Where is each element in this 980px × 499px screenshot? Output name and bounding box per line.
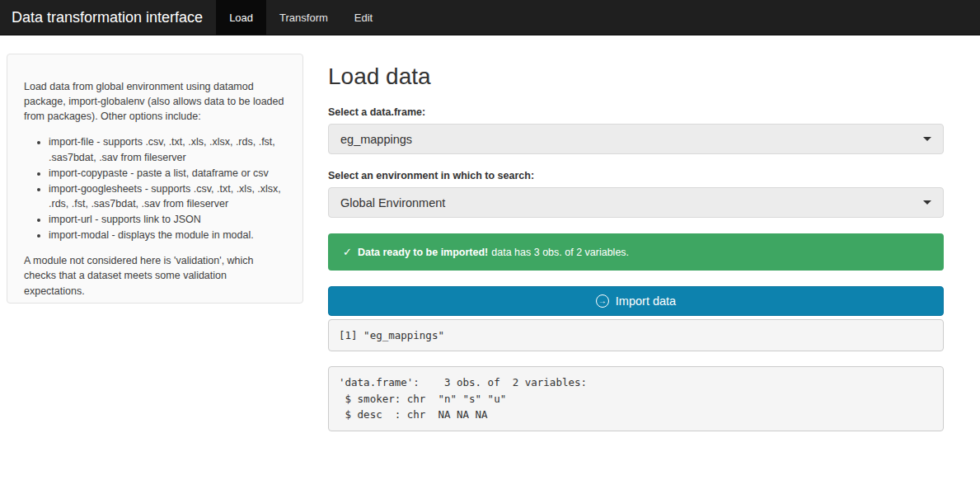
list-item: import-modal - displays the module in mo…: [49, 228, 286, 242]
environment-select-value: Global Environment: [340, 196, 445, 209]
caret-down-icon: [923, 137, 931, 141]
environment-select[interactable]: Global Environment: [328, 187, 944, 218]
list-item: import-googlesheets - supports .csv, .tx…: [49, 181, 286, 211]
list-item: import-url - supports link to JSON: [49, 212, 286, 227]
import-data-button[interactable]: → Import data: [328, 286, 944, 316]
tab-load[interactable]: Load: [216, 0, 266, 35]
navbar-tabs: Load Transform Edit: [216, 0, 386, 35]
alert-bold-text: Data ready to be imported!: [358, 247, 488, 258]
dataframe-select-label: Select a data.frame:: [328, 106, 944, 118]
arrow-circle-right-icon: →: [596, 294, 609, 308]
app-title: Data transformation interface: [0, 0, 216, 35]
sidebar-outro-text: A module not considered here is 'validat…: [24, 253, 286, 298]
dataframe-select[interactable]: eg_mappings: [328, 124, 944, 154]
dataframe-select-value: eg_mappings: [340, 133, 412, 146]
page-body: Load data from global environment using …: [0, 35, 980, 431]
tab-transform[interactable]: Transform: [266, 0, 341, 35]
page-title: Load data: [328, 64, 944, 90]
tab-edit[interactable]: Edit: [341, 0, 386, 35]
import-button-label: Import data: [616, 294, 676, 308]
environment-select-label: Select an environment in which to search…: [328, 170, 944, 181]
selected-name-output: [1] "eg_mappings": [328, 319, 944, 351]
import-options-list: import-file - supports .csv, .txt, .xls,…: [24, 134, 286, 242]
sidebar-help-panel: Load data from global environment using …: [7, 54, 303, 304]
list-item: import-file - supports .csv, .txt, .xls,…: [49, 134, 286, 164]
list-item: import-copypaste - paste a list, datafra…: [49, 166, 286, 181]
caret-down-icon: [923, 200, 931, 205]
dataframe-structure-output: 'data.frame': 3 obs. of 2 variables: $ s…: [328, 366, 944, 431]
import-status-alert: ✓ Data ready to be imported! data has 3 …: [328, 233, 944, 271]
sidebar-intro-text: Load data from global environment using …: [24, 79, 286, 124]
main-panel: Load data Select a data.frame: eg_mappin…: [328, 54, 944, 431]
navbar: Data transformation interface Load Trans…: [0, 0, 980, 35]
alert-detail-text: data has 3 obs. of 2 variables.: [491, 247, 629, 258]
check-icon: ✓: [343, 246, 352, 258]
